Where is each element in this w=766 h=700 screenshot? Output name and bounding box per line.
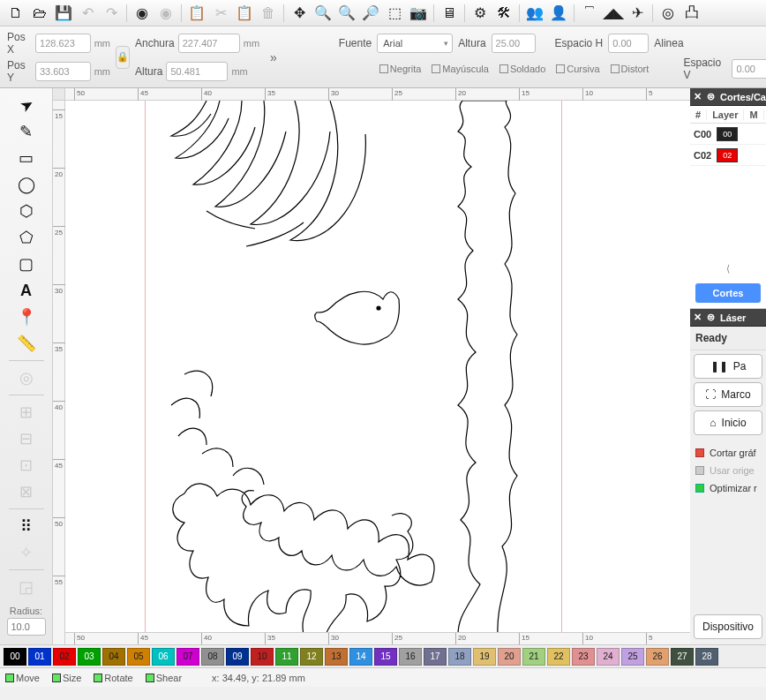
width-input[interactable]: 227.407 (178, 34, 240, 53)
laser-option[interactable]: Usar orige (690, 462, 766, 479)
paste-icon[interactable]: 📋 (234, 3, 255, 24)
redo2-icon[interactable]: ◉ (155, 3, 176, 24)
espacioh-input[interactable]: 0.00 (608, 34, 649, 53)
pin-tool[interactable]: 📍 (13, 305, 40, 328)
layer-row[interactable]: C0202 (690, 145, 766, 166)
font-check-distort[interactable]: Distort (611, 64, 650, 74)
font-check-mayúscula[interactable]: Mayúscula (432, 64, 489, 74)
chevron-icon[interactable]: ⟨ (690, 260, 766, 278)
color-swatch-11[interactable]: 11 (275, 648, 298, 666)
pencil-tool[interactable]: ✎ (13, 120, 40, 143)
undo-icon[interactable]: ↶ (77, 3, 98, 24)
round-rect-tool[interactable]: ▢ (13, 252, 40, 275)
align-top2-icon[interactable]: 凸 (681, 3, 702, 24)
color-swatch-04[interactable]: 04 (102, 648, 125, 666)
laser-panel-header[interactable]: ✕ ⊜ Láser (690, 309, 766, 327)
color-swatch-24[interactable]: 24 (597, 648, 620, 666)
color-swatch-07[interactable]: 07 (176, 648, 199, 666)
font-check-soldado[interactable]: Soldado (499, 64, 545, 74)
path-tool[interactable]: ⬠ (13, 226, 40, 249)
color-swatch-27[interactable]: 27 (671, 648, 694, 666)
color-swatch-01[interactable]: 01 (28, 648, 51, 666)
marco-button[interactable]: ⛶ Marco (694, 382, 762, 407)
color-swatch-00[interactable]: 00 (4, 648, 26, 666)
bool1-tool[interactable]: ⊞ (13, 401, 40, 424)
color-swatch-15[interactable]: 15 (374, 648, 397, 666)
gear-icon[interactable]: ⚙ (469, 3, 491, 24)
laser-option[interactable]: Cortar gráf (690, 444, 766, 462)
array-tool[interactable]: ✧ (13, 541, 40, 564)
radius-input[interactable] (7, 618, 46, 636)
color-swatch-06[interactable]: 06 (152, 648, 175, 666)
font-check-cursiva[interactable]: Cursiva (556, 64, 599, 74)
move-icon[interactable]: ✥ (289, 3, 310, 24)
bool3-tool[interactable]: ⊡ (13, 454, 40, 477)
color-swatch-05[interactable]: 05 (127, 648, 150, 666)
cortes-button[interactable]: Cortes (695, 283, 761, 303)
color-swatch-12[interactable]: 12 (300, 648, 323, 666)
color-swatch-19[interactable]: 19 (473, 648, 496, 666)
undo2-icon[interactable]: ◉ (131, 3, 153, 24)
zoom-out-icon[interactable]: 🔎 (360, 3, 381, 24)
color-swatch-13[interactable]: 13 (325, 648, 348, 666)
pointer-tool[interactable]: ➤ (9, 88, 43, 122)
posx-input[interactable]: 128.623 (35, 34, 91, 53)
design-canvas[interactable] (65, 101, 690, 644)
zoom-in-icon[interactable]: 🔍 (336, 3, 357, 24)
color-swatch-21[interactable]: 21 (522, 648, 545, 666)
color-swatch-25[interactable]: 25 (621, 648, 644, 666)
new-file-icon[interactable]: 🗋 (5, 3, 26, 24)
ungroup-icon[interactable]: 👤 (548, 3, 569, 24)
wrench-icon[interactable]: 🛠 (493, 3, 514, 24)
cuts-panel-header[interactable]: ✕ ⊜ Cortes/Ca (690, 88, 766, 106)
cut-icon[interactable]: ✂ (210, 3, 231, 24)
text-tool[interactable]: A (13, 279, 40, 302)
more-arrow-icon[interactable]: » (270, 50, 277, 64)
grid-tool[interactable]: ⠿ (13, 515, 40, 538)
font-check-negrita[interactable]: Negrita (379, 64, 421, 74)
close-icon[interactable]: ✕ (694, 312, 702, 323)
color-swatch-09[interactable]: 09 (226, 648, 249, 666)
redo-icon[interactable]: ↷ (101, 3, 122, 24)
select-rect-icon[interactable]: ⬚ (384, 3, 405, 24)
align-top-icon[interactable]: ⎴ (579, 3, 600, 24)
bool2-tool[interactable]: ⊟ (13, 427, 40, 450)
target-icon[interactable]: ◎ (657, 3, 679, 24)
camera-icon[interactable]: 📷 (408, 3, 429, 24)
ruler-tool[interactable]: 📏 (13, 332, 40, 355)
close-icon[interactable]: ✕ (694, 91, 702, 102)
zoom-fit-icon[interactable]: 🔍 (312, 3, 334, 24)
color-swatch-03[interactable]: 03 (78, 648, 101, 666)
delete-icon[interactable]: 🗑 (258, 3, 279, 24)
bool4-tool[interactable]: ⊠ (13, 480, 40, 503)
color-swatch-16[interactable]: 16 (399, 648, 422, 666)
polygon-tool[interactable]: ⬡ (13, 199, 40, 222)
color-swatch-28[interactable]: 28 (695, 648, 718, 666)
send-icon[interactable]: ✈ (627, 3, 648, 24)
inicio-button[interactable]: ⌂ Inicio (694, 410, 762, 435)
pause-button[interactable]: ❚❚ Pa (694, 354, 762, 379)
color-swatch-02[interactable]: 02 (53, 648, 76, 666)
group-icon[interactable]: 👥 (524, 3, 545, 24)
layer-row[interactable]: C0000 (690, 124, 766, 145)
font-select[interactable]: Arial (377, 34, 453, 53)
color-swatch-10[interactable]: 10 (251, 648, 274, 666)
corner-tool[interactable]: ◲ (13, 576, 40, 598)
save-icon[interactable]: 💾 (53, 3, 74, 24)
ellipse-tool[interactable]: ◯ (13, 173, 40, 196)
pin-icon[interactable]: ⊜ (707, 312, 715, 323)
color-swatch-14[interactable]: 14 (349, 648, 372, 666)
color-swatch-20[interactable]: 20 (498, 648, 521, 666)
color-swatch-17[interactable]: 17 (424, 648, 447, 666)
monitor-icon[interactable]: 🖥 (439, 3, 460, 24)
offset-tool[interactable]: ◎ (13, 366, 40, 389)
color-swatch-26[interactable]: 26 (646, 648, 669, 666)
color-swatch-08[interactable]: 08 (201, 648, 224, 666)
color-swatch-22[interactable]: 22 (547, 648, 570, 666)
espaciov-input[interactable]: 0.00 (732, 59, 766, 79)
font-height-input[interactable]: 25.00 (492, 34, 536, 53)
rect-tool[interactable]: ▭ (13, 147, 40, 169)
height-input[interactable]: 50.481 (166, 62, 228, 81)
laser-option[interactable]: Optimizar r (690, 479, 766, 497)
open-folder-icon[interactable]: 🗁 (29, 3, 50, 24)
